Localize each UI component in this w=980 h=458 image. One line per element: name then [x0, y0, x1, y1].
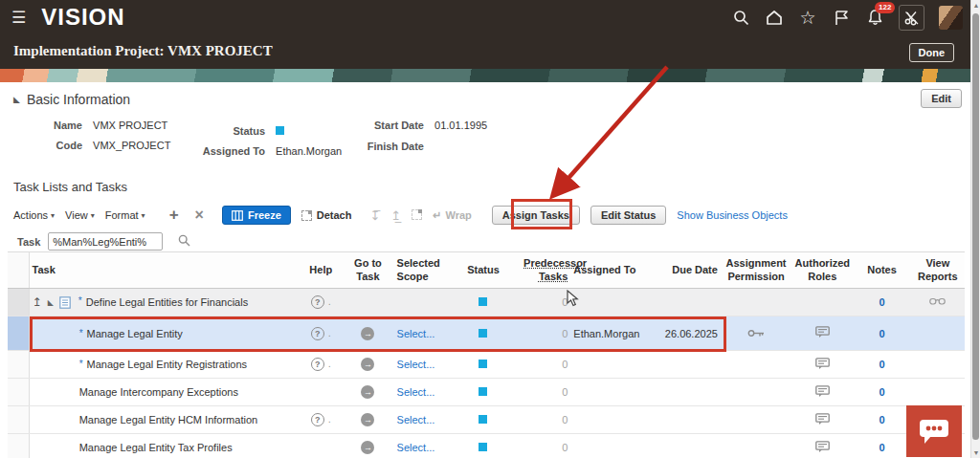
authorized-roles-icon[interactable]	[815, 326, 830, 338]
column-header-notes[interactable]: Notes	[853, 252, 910, 289]
scrollbar-up-arrow[interactable]: ▲	[972, 2, 980, 9]
table-row[interactable]: ↥ ◣ *Manage Legal Entity Tax Profiles ?.…	[8, 434, 965, 458]
page-title: Implementation Project: VMX PROJECT	[13, 43, 273, 59]
detach-icon	[301, 210, 312, 221]
task-status-square	[479, 360, 487, 368]
column-header-selected-scope[interactable]: Selected Scope	[394, 252, 446, 289]
notes-count[interactable]: 0	[853, 406, 910, 434]
row-selector[interactable]	[8, 316, 29, 351]
required-asterisk: *	[79, 328, 83, 338]
selected-scope-link[interactable]: Select...	[397, 414, 435, 425]
name-label: Name	[13, 120, 82, 131]
table-row[interactable]: ↥ ◣ *Manage Legal Entity HCM Information…	[8, 406, 965, 434]
search-icon[interactable]	[731, 8, 750, 27]
selected-scope-link[interactable]: Select...	[397, 442, 435, 453]
basic-information-section-header[interactable]: ◣ Basic Information	[13, 92, 130, 107]
start-date-field: Start Date 01.01.1995	[349, 120, 487, 131]
detach-button[interactable]: Detach	[301, 209, 352, 221]
row-selector[interactable]	[8, 379, 29, 406]
go-to-task-icon[interactable]: →	[361, 327, 374, 340]
favorites-star-icon[interactable]: ☆	[798, 8, 817, 27]
table-row[interactable]: ↥ ◣ *Manage Legal Entity ?. → Select... …	[8, 316, 965, 351]
column-header-authorized-roles[interactable]: Authorized Roles	[791, 252, 853, 289]
column-header-predecessor-tasks[interactable]: Predecessor Tasks	[521, 252, 570, 289]
delete-icon[interactable]: ×	[195, 207, 204, 224]
home-icon[interactable]	[765, 8, 784, 27]
code-value: VMX_PROJECT	[93, 140, 170, 151]
authorized-roles-icon[interactable]	[815, 441, 830, 453]
column-header-assignment-permission[interactable]: Assignment Permission	[721, 252, 791, 289]
go-to-task-icon[interactable]: →	[361, 358, 374, 371]
edit-button[interactable]: Edit	[921, 89, 962, 108]
notes-count[interactable]: 0	[853, 316, 910, 351]
help-icon[interactable]: ?	[311, 413, 324, 426]
show-business-objects-link[interactable]: Show Business Objects	[677, 209, 788, 221]
table-row[interactable]: ↥ ◣ *Manage Legal Entity Registrations ?…	[8, 351, 965, 379]
task-filter-input[interactable]	[48, 232, 163, 251]
notes-count[interactable]: 0	[853, 434, 910, 458]
assign-tasks-button[interactable]: Assign Tasks	[492, 206, 580, 225]
user-avatar[interactable]	[939, 6, 963, 30]
column-header-help[interactable]: Help	[300, 252, 342, 289]
row-selector[interactable]	[8, 289, 29, 316]
actions-menu[interactable]: Actions▾	[13, 209, 55, 221]
help-icon-group: ?.	[311, 358, 331, 369]
filter-search-icon[interactable]	[178, 234, 190, 249]
table-row[interactable]: ↥ ◣ *Define Legal Entities for Financial…	[8, 289, 965, 316]
notes-count[interactable]: 0	[853, 351, 910, 379]
help-dot: .	[328, 413, 331, 425]
collapse-triangle-icon[interactable]: ◣	[13, 95, 20, 104]
predecessor-count: 0	[521, 351, 570, 379]
finish-date-field: Finish Date	[349, 141, 432, 152]
selected-scope-link[interactable]: Select...	[397, 328, 435, 339]
column-header-task[interactable]: Task	[29, 252, 300, 289]
chevron-down-icon: ▾	[142, 211, 145, 220]
row-selector[interactable]	[8, 406, 29, 434]
vertical-scrollbar[interactable]: ▲ ▼	[970, 0, 980, 458]
view-reports-glasses-icon[interactable]	[929, 297, 946, 306]
key-icon[interactable]	[747, 329, 765, 338]
column-header-due-date[interactable]: Due Date	[657, 252, 721, 289]
view-menu[interactable]: View▾	[65, 209, 95, 221]
hamburger-menu-icon[interactable]: ☰	[11, 8, 26, 28]
go-up-level-icon[interactable]: ↥	[33, 295, 42, 309]
notes-count[interactable]: 0	[853, 379, 910, 406]
add-icon[interactable]: +	[169, 206, 179, 225]
edit-status-button[interactable]: Edit Status	[590, 206, 666, 225]
flag-icon[interactable]	[832, 8, 851, 27]
tasks-table: Task Help Go to Task Selected Scope Stat…	[8, 251, 965, 458]
task-filter-label: Task	[17, 236, 40, 248]
expand-triangle-icon[interactable]: ◣	[48, 298, 54, 307]
scrollbar-thumb[interactable]	[972, 13, 979, 440]
go-to-task-icon[interactable]: →	[361, 385, 374, 399]
authorized-roles-icon[interactable]	[815, 413, 830, 425]
freeze-button[interactable]: Freeze	[222, 206, 291, 225]
chat-widget-button[interactable]	[906, 405, 962, 457]
row-selector[interactable]	[8, 434, 29, 458]
row-selector[interactable]	[8, 351, 29, 379]
selected-scope-link[interactable]: Select...	[397, 386, 435, 398]
predecessor-count: 0	[521, 316, 570, 351]
predecessor-count: 0	[521, 434, 570, 458]
format-menu[interactable]: Format▾	[105, 209, 145, 221]
column-header-view-reports[interactable]: View Reports	[911, 252, 965, 289]
authorized-roles-icon[interactable]	[815, 358, 830, 370]
required-asterisk: *	[78, 295, 82, 306]
help-icon[interactable]: ?	[311, 358, 324, 371]
notes-count[interactable]: 0	[853, 289, 910, 316]
help-icon[interactable]: ?	[311, 295, 324, 309]
help-icon[interactable]: ?	[311, 327, 324, 340]
assigned-to-value: Ethan.Morgan	[276, 145, 342, 157]
scrollbar-down-arrow[interactable]: ▼	[972, 449, 980, 456]
done-button[interactable]: Done	[909, 43, 955, 62]
authorized-roles-icon[interactable]	[815, 385, 830, 398]
table-row[interactable]: ↥ ◣ *Manage Intercompany Exceptions ?. →…	[8, 379, 965, 406]
column-header-status[interactable]: Status	[446, 252, 521, 289]
tools-scissors-icon[interactable]	[899, 5, 924, 31]
notifications-bell-icon[interactable]: 122	[865, 8, 884, 27]
go-to-task-icon[interactable]: →	[361, 413, 374, 426]
go-to-task-icon[interactable]: →	[361, 441, 374, 454]
predecessor-count: 0	[521, 289, 570, 316]
column-header-go-to-task[interactable]: Go to Task	[342, 252, 393, 289]
selected-scope-link[interactable]: Select...	[397, 359, 435, 370]
